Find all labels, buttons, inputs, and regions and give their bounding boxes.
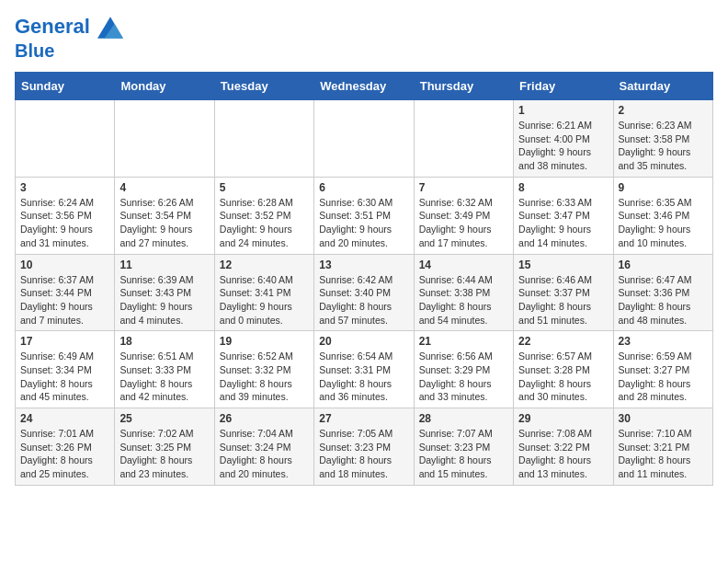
logo-blue: Blue	[15, 40, 123, 61]
day-info: Sunrise: 7:01 AMSunset: 3:26 PMDaylight:…	[20, 427, 109, 481]
day-info: Sunrise: 6:24 AMSunset: 3:56 PMDaylight:…	[20, 196, 109, 250]
weekday-header-tuesday: Tuesday	[214, 73, 313, 100]
day-info: Sunrise: 6:33 AMSunset: 3:47 PMDaylight:…	[518, 196, 608, 250]
calendar-week-5: 24Sunrise: 7:01 AMSunset: 3:26 PMDayligh…	[16, 408, 713, 486]
calendar-cell: 10Sunrise: 6:37 AMSunset: 3:44 PMDayligh…	[16, 254, 115, 331]
day-number: 22	[518, 335, 608, 348]
calendar-cell	[314, 100, 414, 178]
day-number: 10	[20, 259, 109, 271]
day-number: 26	[220, 412, 309, 425]
day-info: Sunrise: 6:40 AMSunset: 3:41 PMDaylight:…	[220, 273, 309, 327]
day-number: 25	[119, 412, 209, 425]
day-info: Sunrise: 6:54 AMSunset: 3:31 PMDaylight:…	[319, 350, 408, 404]
day-number: 24	[20, 412, 109, 425]
calendar-cell: 7Sunrise: 6:32 AMSunset: 3:49 PMDaylight…	[414, 177, 513, 254]
page-header: General Blue	[15, 15, 713, 61]
day-info: Sunrise: 6:39 AMSunset: 3:43 PMDaylight:…	[119, 273, 209, 327]
day-info: Sunrise: 6:47 AMSunset: 3:36 PMDaylight:…	[619, 273, 708, 327]
calendar-week-4: 17Sunrise: 6:49 AMSunset: 3:34 PMDayligh…	[16, 331, 713, 408]
calendar-cell: 2Sunrise: 6:23 AMSunset: 3:58 PMDaylight…	[613, 100, 712, 178]
day-number: 15	[518, 259, 608, 271]
day-info: Sunrise: 6:56 AMSunset: 3:29 PMDaylight:…	[419, 350, 508, 404]
day-info: Sunrise: 7:02 AMSunset: 3:25 PMDaylight:…	[119, 427, 209, 481]
weekday-header-wednesday: Wednesday	[314, 73, 414, 100]
calendar-week-1: 1Sunrise: 6:21 AMSunset: 4:00 PMDaylight…	[16, 100, 713, 178]
weekday-header-monday: Monday	[115, 73, 214, 100]
calendar-week-2: 3Sunrise: 6:24 AMSunset: 3:56 PMDaylight…	[16, 177, 713, 254]
calendar-cell: 4Sunrise: 6:26 AMSunset: 3:54 PMDaylight…	[115, 177, 214, 254]
day-number: 9	[619, 181, 708, 194]
day-info: Sunrise: 7:07 AMSunset: 3:23 PMDaylight:…	[419, 427, 508, 481]
day-number: 2	[619, 104, 708, 117]
calendar-cell	[414, 100, 513, 178]
calendar-cell: 19Sunrise: 6:52 AMSunset: 3:32 PMDayligh…	[214, 331, 313, 408]
calendar-cell: 18Sunrise: 6:51 AMSunset: 3:33 PMDayligh…	[115, 331, 214, 408]
day-info: Sunrise: 6:23 AMSunset: 3:58 PMDaylight:…	[619, 119, 708, 173]
calendar-cell: 22Sunrise: 6:57 AMSunset: 3:28 PMDayligh…	[514, 331, 613, 408]
day-number: 11	[119, 259, 209, 271]
calendar-cell	[16, 100, 115, 178]
day-number: 1	[518, 104, 608, 117]
calendar-cell: 13Sunrise: 6:42 AMSunset: 3:40 PMDayligh…	[314, 254, 414, 331]
calendar-cell: 16Sunrise: 6:47 AMSunset: 3:36 PMDayligh…	[613, 254, 712, 331]
day-number: 6	[319, 181, 408, 194]
day-number: 30	[619, 412, 708, 425]
calendar-cell: 21Sunrise: 6:56 AMSunset: 3:29 PMDayligh…	[414, 331, 513, 408]
calendar-cell	[115, 100, 214, 178]
logo-text: General	[15, 15, 123, 40]
day-number: 18	[119, 335, 209, 348]
calendar-cell: 25Sunrise: 7:02 AMSunset: 3:25 PMDayligh…	[115, 408, 214, 486]
calendar-cell	[214, 100, 313, 178]
day-number: 12	[220, 259, 309, 271]
calendar-table: SundayMondayTuesdayWednesdayThursdayFrid…	[15, 72, 713, 486]
calendar-cell: 6Sunrise: 6:30 AMSunset: 3:51 PMDaylight…	[314, 177, 414, 254]
calendar-cell: 3Sunrise: 6:24 AMSunset: 3:56 PMDaylight…	[16, 177, 115, 254]
calendar-cell: 26Sunrise: 7:04 AMSunset: 3:24 PMDayligh…	[214, 408, 313, 486]
calendar-cell: 15Sunrise: 6:46 AMSunset: 3:37 PMDayligh…	[514, 254, 613, 331]
day-info: Sunrise: 6:28 AMSunset: 3:52 PMDaylight:…	[220, 196, 309, 250]
calendar-cell: 27Sunrise: 7:05 AMSunset: 3:23 PMDayligh…	[314, 408, 414, 486]
day-number: 28	[419, 412, 508, 425]
day-info: Sunrise: 6:30 AMSunset: 3:51 PMDaylight:…	[319, 196, 408, 250]
day-info: Sunrise: 6:26 AMSunset: 3:54 PMDaylight:…	[119, 196, 209, 250]
calendar-cell: 8Sunrise: 6:33 AMSunset: 3:47 PMDaylight…	[514, 177, 613, 254]
day-number: 27	[319, 412, 408, 425]
day-number: 29	[518, 412, 608, 425]
calendar-cell: 1Sunrise: 6:21 AMSunset: 4:00 PMDaylight…	[514, 100, 613, 178]
day-number: 19	[220, 335, 309, 348]
calendar-cell: 23Sunrise: 6:59 AMSunset: 3:27 PMDayligh…	[613, 331, 712, 408]
calendar-cell: 29Sunrise: 7:08 AMSunset: 3:22 PMDayligh…	[514, 408, 613, 486]
calendar-cell: 14Sunrise: 6:44 AMSunset: 3:38 PMDayligh…	[414, 254, 513, 331]
day-info: Sunrise: 6:32 AMSunset: 3:49 PMDaylight:…	[419, 196, 508, 250]
calendar-cell: 24Sunrise: 7:01 AMSunset: 3:26 PMDayligh…	[16, 408, 115, 486]
day-info: Sunrise: 6:52 AMSunset: 3:32 PMDaylight:…	[220, 350, 309, 404]
day-info: Sunrise: 6:59 AMSunset: 3:27 PMDaylight:…	[619, 350, 708, 404]
day-number: 17	[20, 335, 109, 348]
day-number: 16	[619, 259, 708, 271]
day-info: Sunrise: 7:05 AMSunset: 3:23 PMDaylight:…	[319, 427, 408, 481]
calendar-cell: 12Sunrise: 6:40 AMSunset: 3:41 PMDayligh…	[214, 254, 313, 331]
day-info: Sunrise: 6:51 AMSunset: 3:33 PMDaylight:…	[119, 350, 209, 404]
calendar-cell: 28Sunrise: 7:07 AMSunset: 3:23 PMDayligh…	[414, 408, 513, 486]
calendar-cell: 5Sunrise: 6:28 AMSunset: 3:52 PMDaylight…	[214, 177, 313, 254]
day-info: Sunrise: 6:57 AMSunset: 3:28 PMDaylight:…	[518, 350, 608, 404]
day-info: Sunrise: 6:46 AMSunset: 3:37 PMDaylight:…	[518, 273, 608, 327]
day-number: 5	[220, 181, 309, 194]
calendar-cell: 30Sunrise: 7:10 AMSunset: 3:21 PMDayligh…	[613, 408, 712, 486]
day-info: Sunrise: 6:42 AMSunset: 3:40 PMDaylight:…	[319, 273, 408, 327]
calendar-cell: 11Sunrise: 6:39 AMSunset: 3:43 PMDayligh…	[115, 254, 214, 331]
day-info: Sunrise: 6:37 AMSunset: 3:44 PMDaylight:…	[20, 273, 109, 327]
weekday-header-thursday: Thursday	[414, 73, 513, 100]
day-number: 13	[319, 259, 408, 271]
weekday-header-row: SundayMondayTuesdayWednesdayThursdayFrid…	[16, 73, 713, 100]
calendar-cell: 9Sunrise: 6:35 AMSunset: 3:46 PMDaylight…	[613, 177, 712, 254]
day-number: 14	[419, 259, 508, 271]
logo: General Blue	[15, 15, 123, 61]
day-info: Sunrise: 7:04 AMSunset: 3:24 PMDaylight:…	[220, 427, 309, 481]
weekday-header-sunday: Sunday	[16, 73, 115, 100]
day-info: Sunrise: 6:35 AMSunset: 3:46 PMDaylight:…	[619, 196, 708, 250]
day-info: Sunrise: 6:49 AMSunset: 3:34 PMDaylight:…	[20, 350, 109, 404]
day-info: Sunrise: 6:44 AMSunset: 3:38 PMDaylight:…	[419, 273, 508, 327]
day-number: 23	[619, 335, 708, 348]
calendar-cell: 17Sunrise: 6:49 AMSunset: 3:34 PMDayligh…	[16, 331, 115, 408]
